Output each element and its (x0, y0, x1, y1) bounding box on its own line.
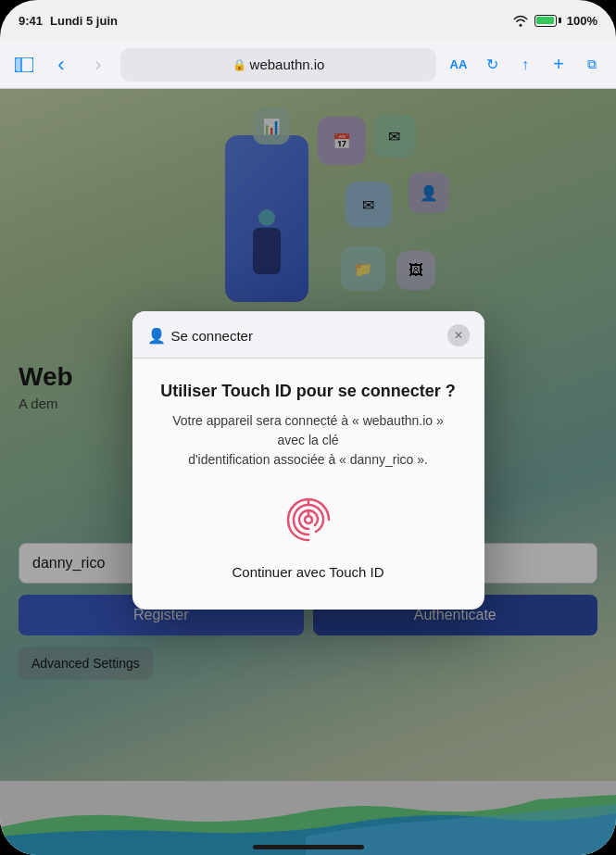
share-button[interactable]: ↑ (510, 50, 540, 80)
browser-toolbar: ‹ › 🔒 webauthn.io AA ↻ ↑ + ⧉ (0, 41, 616, 89)
person-icon: 👤 (147, 327, 166, 345)
touch-id-modal: 👤 Se connecter ✕ Utiliser Touch ID pour … (132, 311, 484, 610)
wifi-icon (512, 14, 529, 27)
home-indicator (253, 845, 364, 849)
modal-description: Votre appareil sera connecté à « webauth… (158, 411, 459, 470)
toolbar-right: AA ↻ ↑ + ⧉ (444, 50, 607, 80)
battery-pct: 100% (567, 14, 597, 28)
status-left: 9:41 Lundi 5 juin (19, 14, 118, 28)
touch-id-icon[interactable] (281, 492, 336, 547)
reader-button[interactable]: AA (444, 50, 473, 80)
touch-id-label[interactable]: Continuer avec Touch ID (233, 564, 384, 580)
touch-id-container[interactable]: Continuer avec Touch ID (158, 492, 459, 587)
status-date: Lundi 5 juin (50, 14, 118, 28)
tabs-button[interactable]: ⧉ (577, 50, 607, 80)
modal-overlay: 👤 Se connecter ✕ Utiliser Touch ID pour … (0, 89, 616, 855)
modal-header-label: Se connecter (171, 328, 253, 344)
lock-icon: 🔒 (233, 58, 246, 71)
reload-button[interactable]: ↻ (477, 50, 507, 80)
sidebar-toggle-button[interactable] (9, 50, 39, 80)
svg-rect-1 (15, 57, 21, 72)
url-text: webauthn.io (250, 57, 325, 72)
status-time: 9:41 (19, 14, 43, 28)
add-button[interactable]: + (544, 50, 573, 80)
modal-header: 👤 Se connecter ✕ (132, 311, 484, 358)
device-frame: 9:41 Lundi 5 juin 100% (0, 0, 616, 855)
modal-header-left: 👤 Se connecter (147, 327, 253, 345)
modal-title: Utiliser Touch ID pour se connecter ? (158, 381, 459, 402)
modal-close-button[interactable]: ✕ (447, 324, 470, 346)
status-bar: 9:41 Lundi 5 juin 100% (0, 0, 616, 41)
address-bar[interactable]: 🔒 webauthn.io (120, 48, 436, 82)
modal-body: Utiliser Touch ID pour se connecter ? Vo… (132, 358, 484, 610)
back-button[interactable]: ‹ (46, 50, 76, 80)
status-right: 100% (512, 14, 597, 28)
battery-indicator (534, 15, 561, 27)
forward-button[interactable]: › (83, 50, 113, 80)
